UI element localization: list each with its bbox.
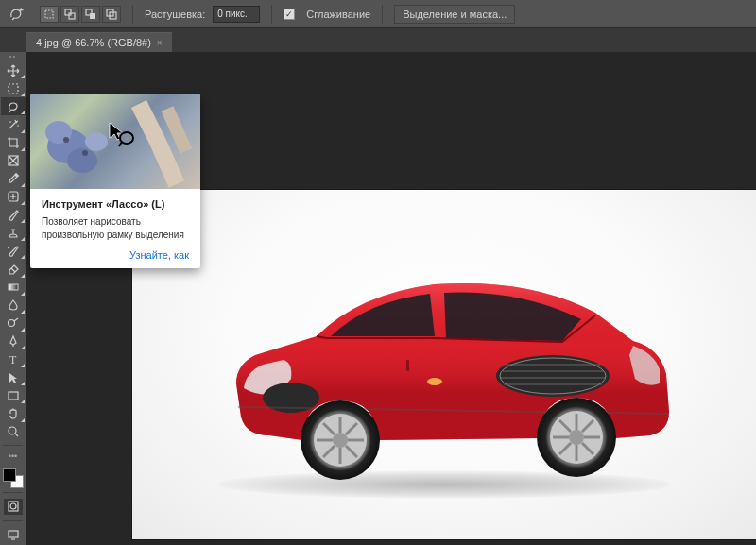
- selection-intersect-button[interactable]: [102, 6, 121, 23]
- screen-mode-button[interactable]: [4, 527, 23, 543]
- svg-rect-35: [406, 360, 409, 371]
- tooltip-description: Позволяет нарисовать произвольную рамку …: [42, 215, 189, 242]
- feather-input[interactable]: 0 пикс.: [213, 6, 260, 23]
- zoom-tool[interactable]: [1, 423, 26, 441]
- brush-tool[interactable]: [1, 206, 26, 224]
- tool-tooltip: Инструмент «Лассо» (L) Позволяет нарисов…: [30, 94, 200, 268]
- eyedropper-tool[interactable]: [1, 170, 26, 188]
- svg-rect-0: [45, 10, 53, 18]
- rectangle-tool[interactable]: [1, 386, 26, 404]
- selection-add-button[interactable]: [60, 6, 79, 23]
- eraser-tool[interactable]: [1, 260, 26, 278]
- marquee-tool[interactable]: [1, 79, 26, 97]
- svg-line-19: [14, 318, 18, 321]
- svg-point-22: [9, 427, 16, 434]
- refine-edge-button[interactable]: Выделение и маска...: [394, 5, 515, 24]
- healing-brush-tool[interactable]: [1, 188, 26, 206]
- svg-line-23: [15, 434, 18, 436]
- svg-point-46: [333, 433, 348, 448]
- svg-rect-1: [65, 9, 71, 15]
- feather-label: Растушевка:: [145, 9, 205, 20]
- panel-drag-handle[interactable]: ••: [0, 54, 26, 60]
- tooltip-learn-link[interactable]: Узнайте, как: [42, 249, 189, 261]
- tooltip-title: Инструмент «Лассо» (L): [42, 198, 189, 210]
- svg-point-28: [496, 355, 610, 397]
- svg-rect-4: [90, 13, 95, 19]
- tooltip-cursor-icon: [108, 121, 136, 149]
- frame-tool[interactable]: [1, 152, 26, 170]
- svg-point-8: [9, 121, 11, 123]
- options-bar: Растушевка: 0 пикс. Сглаживание Выделени…: [0, 0, 756, 28]
- foreground-color-swatch[interactable]: [3, 468, 16, 482]
- svg-rect-17: [9, 284, 18, 290]
- svg-point-62: [85, 132, 108, 151]
- tooltip-preview-image: [30, 94, 200, 189]
- svg-point-61: [67, 148, 97, 173]
- svg-rect-7: [9, 84, 18, 94]
- blur-tool[interactable]: [1, 297, 26, 315]
- selection-subtract-button[interactable]: [81, 6, 100, 23]
- svg-point-18: [8, 320, 14, 327]
- close-icon[interactable]: ×: [157, 38, 163, 48]
- tab-title: 4.jpg @ 66.7% (RGB/8#): [36, 37, 151, 48]
- tools-panel: •• T •••: [0, 52, 26, 545]
- svg-point-63: [63, 137, 69, 143]
- crop-tool[interactable]: [1, 134, 26, 152]
- dodge-tool[interactable]: [1, 315, 26, 332]
- type-tool[interactable]: T: [1, 350, 26, 368]
- svg-point-57: [569, 430, 584, 445]
- document-tab-bar: 4.jpg @ 66.7% (RGB/8#) ×: [0, 28, 756, 52]
- history-brush-tool[interactable]: [1, 242, 26, 260]
- document-canvas[interactable]: [132, 190, 756, 539]
- lasso-tool[interactable]: [1, 97, 26, 115]
- magic-wand-tool[interactable]: [1, 115, 26, 133]
- svg-point-9: [17, 125, 19, 127]
- svg-text:T: T: [9, 353, 17, 366]
- svg-point-64: [82, 150, 88, 156]
- path-selection-tool[interactable]: [1, 368, 26, 386]
- move-tool[interactable]: [1, 61, 26, 79]
- svg-rect-2: [69, 13, 75, 19]
- color-swatches[interactable]: [3, 468, 24, 488]
- svg-point-58: [427, 378, 442, 385]
- clone-stamp-tool[interactable]: [1, 224, 26, 242]
- antialias-checkbox[interactable]: [284, 9, 295, 20]
- canvas-image-content: [189, 242, 699, 506]
- svg-line-16: [11, 268, 15, 272]
- svg-rect-21: [9, 392, 18, 400]
- active-tool-indicator[interactable]: [6, 4, 26, 25]
- edit-toolbar-button[interactable]: •••: [0, 451, 26, 461]
- svg-rect-26: [9, 531, 18, 537]
- selection-mode-group: [40, 6, 121, 23]
- gradient-tool[interactable]: [1, 279, 26, 297]
- document-tab[interactable]: 4.jpg @ 66.7% (RGB/8#) ×: [26, 32, 172, 52]
- pen-tool[interactable]: [1, 332, 26, 350]
- antialias-label: Сглаживание: [306, 9, 370, 20]
- selection-new-button[interactable]: [40, 6, 59, 23]
- svg-point-25: [10, 503, 16, 509]
- quickmask-off-button[interactable]: [4, 499, 23, 515]
- hand-tool[interactable]: [1, 404, 26, 422]
- svg-line-66: [119, 142, 122, 146]
